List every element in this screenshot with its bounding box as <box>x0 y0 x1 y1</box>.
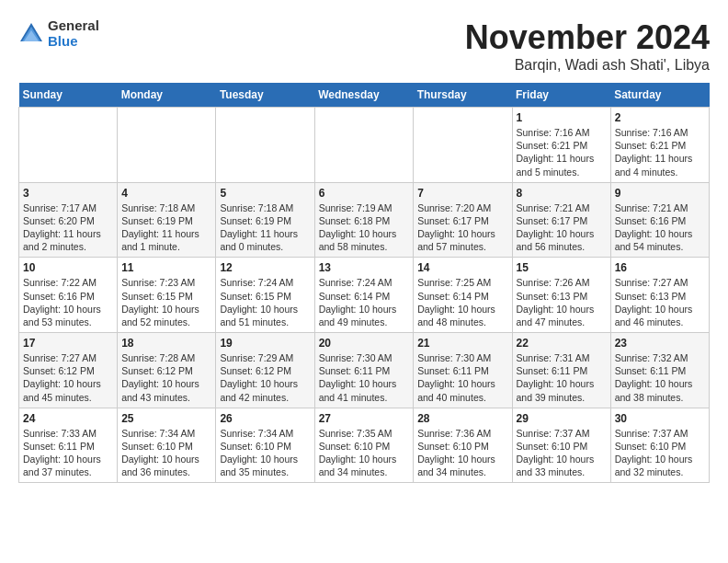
day-number: 3 <box>23 187 113 200</box>
calendar-week-row: 1Sunrise: 7:16 AM Sunset: 6:21 PM Daylig… <box>19 108 710 183</box>
day-info: Sunrise: 7:24 AM Sunset: 6:15 PM Dayligh… <box>220 276 310 328</box>
day-info: Sunrise: 7:17 AM Sunset: 6:20 PM Dayligh… <box>23 201 113 254</box>
day-number: 27 <box>319 412 410 425</box>
title-area: November 2024 Barqin, Wadi ash Shati', L… <box>465 18 710 74</box>
calendar-cell: 15Sunrise: 7:26 AM Sunset: 6:13 PM Dayli… <box>512 258 610 333</box>
day-info: Sunrise: 7:23 AM Sunset: 6:15 PM Dayligh… <box>121 276 211 328</box>
day-info: Sunrise: 7:26 AM Sunset: 6:13 PM Dayligh… <box>517 276 607 328</box>
day-number: 20 <box>319 337 410 350</box>
calendar-week-row: 17Sunrise: 7:27 AM Sunset: 6:12 PM Dayli… <box>19 333 710 408</box>
day-info: Sunrise: 7:31 AM Sunset: 6:11 PM Dayligh… <box>517 351 607 404</box>
weekday-header: Saturday <box>610 83 709 108</box>
header: General Blue November 2024 Barqin, Wadi … <box>18 18 710 74</box>
calendar-cell: 18Sunrise: 7:28 AM Sunset: 6:12 PM Dayli… <box>118 333 216 408</box>
logo: General Blue <box>18 18 99 49</box>
calendar-cell: 2Sunrise: 7:16 AM Sunset: 6:21 PM Daylig… <box>610 108 709 183</box>
calendar-cell: 25Sunrise: 7:34 AM Sunset: 6:10 PM Dayli… <box>118 408 216 483</box>
location-subtitle: Barqin, Wadi ash Shati', Libya <box>465 57 710 74</box>
calendar-cell: 22Sunrise: 7:31 AM Sunset: 6:11 PM Dayli… <box>512 333 610 408</box>
day-number: 18 <box>121 337 211 350</box>
calendar-cell: 11Sunrise: 7:23 AM Sunset: 6:15 PM Dayli… <box>118 258 216 333</box>
calendar-table: SundayMondayTuesdayWednesdayThursdayFrid… <box>18 83 710 483</box>
day-info: Sunrise: 7:21 AM Sunset: 6:16 PM Dayligh… <box>615 201 705 254</box>
day-info: Sunrise: 7:16 AM Sunset: 6:21 PM Dayligh… <box>615 126 705 178</box>
calendar-cell: 17Sunrise: 7:27 AM Sunset: 6:12 PM Dayli… <box>19 333 118 408</box>
calendar-cell: 20Sunrise: 7:30 AM Sunset: 6:11 PM Dayli… <box>314 333 414 408</box>
day-number: 19 <box>220 337 310 350</box>
day-info: Sunrise: 7:30 AM Sunset: 6:11 PM Dayligh… <box>319 351 410 404</box>
calendar-cell <box>314 108 414 183</box>
day-info: Sunrise: 7:34 AM Sunset: 6:10 PM Dayligh… <box>121 427 211 479</box>
weekday-header: Thursday <box>414 83 512 108</box>
day-info: Sunrise: 7:21 AM Sunset: 6:17 PM Dayligh… <box>517 201 607 254</box>
calendar-cell: 4Sunrise: 7:18 AM Sunset: 6:19 PM Daylig… <box>118 182 216 258</box>
day-info: Sunrise: 7:18 AM Sunset: 6:19 PM Dayligh… <box>121 201 211 254</box>
day-number: 30 <box>615 412 705 425</box>
day-info: Sunrise: 7:25 AM Sunset: 6:14 PM Dayligh… <box>417 276 507 328</box>
calendar-cell <box>19 108 118 183</box>
day-info: Sunrise: 7:37 AM Sunset: 6:10 PM Dayligh… <box>615 427 705 479</box>
day-info: Sunrise: 7:29 AM Sunset: 6:12 PM Dayligh… <box>220 351 310 404</box>
weekday-header: Tuesday <box>216 83 314 108</box>
day-number: 9 <box>615 187 705 200</box>
day-info: Sunrise: 7:32 AM Sunset: 6:11 PM Dayligh… <box>615 351 705 404</box>
calendar-cell: 28Sunrise: 7:36 AM Sunset: 6:10 PM Dayli… <box>414 408 512 483</box>
day-number: 21 <box>417 337 507 350</box>
calendar-cell: 8Sunrise: 7:21 AM Sunset: 6:17 PM Daylig… <box>512 182 610 258</box>
day-number: 8 <box>517 187 607 200</box>
calendar-cell: 9Sunrise: 7:21 AM Sunset: 6:16 PM Daylig… <box>610 182 709 258</box>
day-number: 26 <box>220 412 310 425</box>
day-number: 16 <box>615 261 705 274</box>
calendar-cell <box>118 108 216 183</box>
day-number: 24 <box>23 412 113 425</box>
calendar-cell: 7Sunrise: 7:20 AM Sunset: 6:17 PM Daylig… <box>414 182 512 258</box>
weekday-header: Friday <box>512 83 610 108</box>
logo-blue-text: Blue <box>48 34 99 50</box>
day-info: Sunrise: 7:22 AM Sunset: 6:16 PM Dayligh… <box>23 276 113 328</box>
day-info: Sunrise: 7:37 AM Sunset: 6:10 PM Dayligh… <box>517 427 607 479</box>
day-info: Sunrise: 7:28 AM Sunset: 6:12 PM Dayligh… <box>121 351 211 404</box>
calendar-cell: 27Sunrise: 7:35 AM Sunset: 6:10 PM Dayli… <box>314 408 414 483</box>
logo-text: General Blue <box>48 18 99 49</box>
day-info: Sunrise: 7:24 AM Sunset: 6:14 PM Dayligh… <box>319 276 410 328</box>
day-number: 7 <box>417 187 507 200</box>
calendar-cell: 29Sunrise: 7:37 AM Sunset: 6:10 PM Dayli… <box>512 408 610 483</box>
calendar-cell: 19Sunrise: 7:29 AM Sunset: 6:12 PM Dayli… <box>216 333 314 408</box>
calendar-cell: 30Sunrise: 7:37 AM Sunset: 6:10 PM Dayli… <box>610 408 709 483</box>
logo-general-text: General <box>48 18 99 34</box>
day-number: 17 <box>23 337 113 350</box>
day-number: 13 <box>319 261 410 274</box>
day-number: 4 <box>121 187 211 200</box>
calendar-cell: 16Sunrise: 7:27 AM Sunset: 6:13 PM Dayli… <box>610 258 709 333</box>
calendar-cell: 12Sunrise: 7:24 AM Sunset: 6:15 PM Dayli… <box>216 258 314 333</box>
calendar-week-row: 3Sunrise: 7:17 AM Sunset: 6:20 PM Daylig… <box>19 182 710 258</box>
calendar-week-row: 10Sunrise: 7:22 AM Sunset: 6:16 PM Dayli… <box>19 258 710 333</box>
day-info: Sunrise: 7:19 AM Sunset: 6:18 PM Dayligh… <box>319 201 410 254</box>
day-info: Sunrise: 7:18 AM Sunset: 6:19 PM Dayligh… <box>220 201 310 254</box>
calendar-cell: 23Sunrise: 7:32 AM Sunset: 6:11 PM Dayli… <box>610 333 709 408</box>
day-number: 10 <box>23 261 113 274</box>
day-info: Sunrise: 7:27 AM Sunset: 6:13 PM Dayligh… <box>615 276 705 328</box>
weekday-header: Wednesday <box>314 83 414 108</box>
day-number: 22 <box>517 337 607 350</box>
day-number: 5 <box>220 187 310 200</box>
day-number: 2 <box>615 111 705 124</box>
calendar-cell <box>216 108 314 183</box>
day-info: Sunrise: 7:20 AM Sunset: 6:17 PM Dayligh… <box>417 201 507 254</box>
calendar-cell: 3Sunrise: 7:17 AM Sunset: 6:20 PM Daylig… <box>19 182 118 258</box>
day-number: 6 <box>319 187 410 200</box>
day-info: Sunrise: 7:33 AM Sunset: 6:11 PM Dayligh… <box>23 427 113 479</box>
day-info: Sunrise: 7:30 AM Sunset: 6:11 PM Dayligh… <box>417 351 507 404</box>
calendar-cell: 10Sunrise: 7:22 AM Sunset: 6:16 PM Dayli… <box>19 258 118 333</box>
calendar-cell: 21Sunrise: 7:30 AM Sunset: 6:11 PM Dayli… <box>414 333 512 408</box>
day-info: Sunrise: 7:27 AM Sunset: 6:12 PM Dayligh… <box>23 351 113 404</box>
day-number: 25 <box>121 412 211 425</box>
day-number: 1 <box>517 111 607 124</box>
weekday-header: Sunday <box>19 83 118 108</box>
day-number: 29 <box>517 412 607 425</box>
calendar-cell: 26Sunrise: 7:34 AM Sunset: 6:10 PM Dayli… <box>216 408 314 483</box>
day-number: 14 <box>417 261 507 274</box>
calendar-cell: 1Sunrise: 7:16 AM Sunset: 6:21 PM Daylig… <box>512 108 610 183</box>
weekday-header: Monday <box>118 83 216 108</box>
day-number: 23 <box>615 337 705 350</box>
